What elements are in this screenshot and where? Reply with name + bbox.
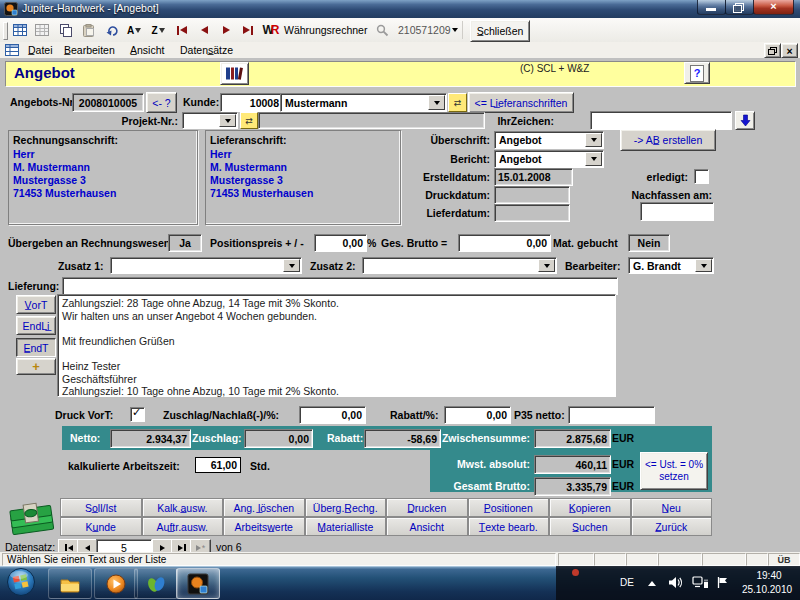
- copy-button[interactable]: [56, 20, 76, 40]
- menu-datei[interactable]: D̲atei: [24, 43, 57, 57]
- endt-button[interactable]: E̲ndT: [16, 338, 56, 357]
- clock-time[interactable]: 19:40: [742, 570, 796, 581]
- lieferanschriften-button[interactable]: <= Li̲eferanschriften: [468, 92, 574, 113]
- kunde-button[interactable]: Ku̲nde: [60, 517, 142, 536]
- bericht-combo[interactable]: Angebot: [494, 150, 604, 168]
- search-button[interactable]: [372, 20, 392, 40]
- paste-button[interactable]: [78, 20, 98, 40]
- language-indicator[interactable]: DE: [620, 577, 634, 588]
- zuschlag-field[interactable]: 0,00: [244, 429, 313, 448]
- taskbar-media-player-button[interactable]: [94, 568, 138, 599]
- erledigt-checkbox[interactable]: [694, 169, 709, 184]
- sort-descending-button[interactable]: Z: [148, 20, 168, 40]
- ueberschrift-combo[interactable]: Angebot: [494, 131, 604, 149]
- lieferdatum-field[interactable]: [494, 204, 570, 222]
- druck-vort-checkbox[interactable]: [130, 407, 145, 422]
- projekt-name-field[interactable]: [258, 112, 485, 129]
- projekt-combo-dropdown-icon[interactable]: [219, 114, 236, 127]
- positionspreis-field[interactable]: 0,00: [314, 234, 367, 252]
- menu-ansicht[interactable]: A̲nsicht: [126, 43, 168, 57]
- next-record-button[interactable]: [216, 20, 236, 40]
- bearbeiter-combo[interactable]: G. Brandt: [628, 257, 714, 274]
- rabatt-prozent-field[interactable]: 0,00: [444, 406, 511, 424]
- kunde-nr-field[interactable]: 10008: [220, 93, 283, 112]
- uebergeben-field[interactable]: Ja: [168, 234, 202, 252]
- projekt-nr-combo[interactable]: [182, 112, 238, 129]
- erstelldatum-field[interactable]: 15.01.2008: [494, 168, 573, 186]
- materialliste-button[interactable]: M̲aterialliste: [305, 517, 387, 536]
- ansicht-button[interactable]: Ansicht: [386, 517, 468, 536]
- rabatt-field[interactable]: -58,69: [364, 429, 441, 448]
- network-icon[interactable]: [692, 576, 709, 589]
- p35-netto-field[interactable]: [568, 406, 655, 424]
- arbeitszeit-field[interactable]: 61,00: [195, 457, 241, 473]
- ueberschrift-dropdown-icon[interactable]: [585, 133, 602, 147]
- help-button[interactable]: ?: [684, 62, 710, 84]
- volume-icon[interactable]: [668, 576, 683, 589]
- projekt-link-button[interactable]: [240, 112, 258, 129]
- menu-bearbeiten[interactable]: B̲earbeiten: [60, 43, 119, 57]
- start-button[interactable]: [6, 567, 36, 597]
- taskbar-explorer-button[interactable]: [48, 568, 92, 599]
- texte-bearb-button[interactable]: T̲exte bearb.: [468, 517, 550, 536]
- record-id-value[interactable]: 210571209: [398, 24, 451, 36]
- kunde-combo-dropdown-icon[interactable]: [428, 95, 445, 110]
- lieferung-input[interactable]: [62, 277, 618, 295]
- taskbar-jupiter-button[interactable]: [176, 568, 220, 599]
- ab-erstellen-button[interactable]: -> AB̲ erstellen: [620, 129, 716, 151]
- ihrzeichen-apply-button[interactable]: [735, 111, 755, 130]
- clock-date[interactable]: 25.10.2010: [736, 584, 798, 595]
- netto-field[interactable]: 2.934,37: [110, 429, 191, 448]
- ihrzeichen-input[interactable]: [590, 111, 732, 130]
- close-button[interactable]: ×: [753, 0, 794, 15]
- mwst-field[interactable]: 460,11: [534, 455, 611, 474]
- ueberg-rechg-button[interactable]: Überg.R̲echg.: [305, 498, 387, 517]
- zusatz2-dropdown-icon[interactable]: [538, 259, 555, 272]
- zusatz1-dropdown-icon[interactable]: [283, 259, 300, 272]
- bearbeiter-dropdown-icon[interactable]: [695, 259, 712, 272]
- kunde-swap-button[interactable]: [448, 93, 467, 112]
- nachfassen-input[interactable]: [640, 202, 714, 221]
- previous-record-button[interactable]: [194, 20, 214, 40]
- soll-ist-button[interactable]: So̲ll/Ist: [60, 498, 142, 517]
- gesamt-brutto-field[interactable]: 3.335,79: [534, 477, 611, 496]
- record-id-dropdown-icon[interactable]: [452, 28, 458, 32]
- taskbar-messenger-button[interactable]: [134, 568, 178, 599]
- sort-ascending-button[interactable]: A: [124, 20, 144, 40]
- ges-brutto-field[interactable]: 0,00: [458, 234, 551, 252]
- menu-datensaetze[interactable]: Datens̲ätze: [176, 43, 237, 57]
- toolbar-handle[interactable]: [3, 22, 8, 40]
- zuschlag-nachlass-field[interactable]: 0,00: [299, 406, 366, 424]
- zusatz2-combo[interactable]: [362, 257, 557, 274]
- restore-button[interactable]: [725, 0, 754, 15]
- zusatz1-combo[interactable]: [110, 257, 302, 274]
- back-help-button[interactable]: <- ?: [146, 92, 177, 113]
- mdi-restore-button[interactable]: [764, 43, 781, 58]
- zwischensumme-field[interactable]: 2.875,68: [534, 429, 611, 448]
- undo-button[interactable]: [102, 20, 122, 40]
- minimize-button[interactable]: [697, 0, 726, 15]
- zurueck-button[interactable]: Z̲urück: [631, 517, 713, 536]
- vort-button[interactable]: V̲orT: [16, 295, 56, 314]
- schliessen-button[interactable]: S̲chließen: [470, 20, 530, 42]
- endli-button[interactable]: EndLi̲: [16, 316, 56, 335]
- last-record-button[interactable]: [238, 20, 258, 40]
- arbeitswerte-button[interactable]: Arbeitsw̲erte: [223, 517, 305, 536]
- note-textarea[interactable]: Zahlungsziel: 28 Tage ohne Abzug, 14 Tag…: [57, 294, 616, 397]
- add-text-button[interactable]: +: [16, 358, 56, 375]
- grid-view-button[interactable]: [32, 20, 52, 40]
- datasheet-view-button[interactable]: [10, 20, 30, 40]
- bericht-dropdown-icon[interactable]: [585, 152, 602, 166]
- positionen-button[interactable]: P̲ositionen: [468, 498, 550, 517]
- suchen-button[interactable]: S̲uchen: [549, 517, 631, 536]
- mat-gebucht-field[interactable]: Nein: [628, 234, 670, 252]
- druckdatum-field[interactable]: [494, 186, 570, 204]
- kunde-combo[interactable]: Mustermann: [280, 93, 447, 112]
- drucken-button[interactable]: D̲rucken: [386, 498, 468, 517]
- currency-calculator-button[interactable]: Währungsrechner: [284, 24, 367, 36]
- first-record-button[interactable]: [172, 20, 192, 40]
- kalk-ausw-button[interactable]: Kalk.a̲usw.: [142, 498, 224, 517]
- angebots-nr-field[interactable]: 2008010005: [72, 93, 144, 112]
- auftr-ausw-button[interactable]: Auf̲tr.ausw.: [142, 517, 224, 536]
- action-center-flag-icon[interactable]: [716, 576, 729, 589]
